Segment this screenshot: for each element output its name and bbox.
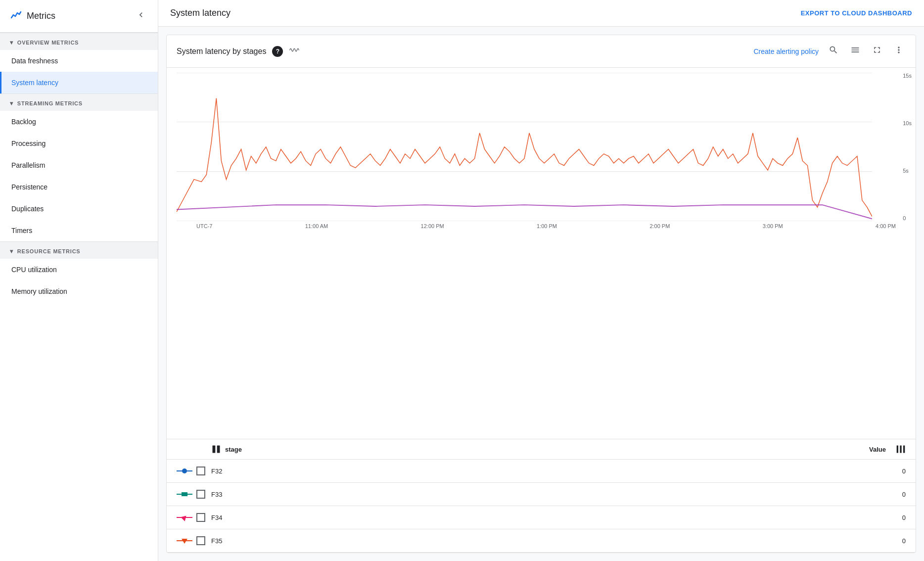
chart-svg bbox=[177, 73, 872, 221]
x-label-4pm: 4:00 PM bbox=[876, 223, 896, 229]
sidebar-item-persistence[interactable]: Persistence bbox=[0, 176, 158, 198]
f35-line-icon bbox=[177, 537, 192, 545]
fullscreen-icon[interactable] bbox=[870, 43, 884, 59]
x-axis-labels: UTC-7 11:00 AM 12:00 PM 1:00 PM 2:00 PM … bbox=[177, 221, 896, 229]
x-label-12pm: 12:00 PM bbox=[421, 223, 444, 229]
section-overview: ▾ OVERVIEW METRICS bbox=[0, 33, 158, 50]
sidebar-item-system-latency[interactable]: System latency bbox=[0, 72, 158, 94]
x-label-1pm: 1:00 PM bbox=[537, 223, 557, 229]
legend-header: stage Value bbox=[167, 439, 916, 460]
y-label-15s: 15s bbox=[903, 73, 912, 79]
f32-line-icon bbox=[177, 467, 192, 475]
svg-rect-12 bbox=[182, 492, 187, 496]
sidebar-item-processing[interactable]: Processing bbox=[0, 133, 158, 154]
sidebar-item-parallelism[interactable]: Parallelism bbox=[0, 154, 158, 176]
app-logo: Metrics bbox=[10, 9, 55, 24]
f33-checkbox[interactable] bbox=[196, 490, 205, 499]
x-label-11am: 11:00 AM bbox=[305, 223, 328, 229]
sidebar-item-data-freshness[interactable]: Data freshness bbox=[0, 50, 158, 72]
section-streaming: ▾ STREAMING METRICS bbox=[0, 94, 158, 111]
svg-rect-4 bbox=[213, 446, 216, 453]
sidebar: Metrics ▾ OVERVIEW METRICS Data freshnes… bbox=[0, 0, 158, 561]
legend-icon[interactable] bbox=[848, 43, 862, 59]
sidebar-item-cpu[interactable]: CPU utilization bbox=[0, 259, 158, 280]
chart-area: 15s 10s 5s 0 UTC-7 11:00 AM bbox=[167, 68, 916, 439]
chevron-down-icon-resource: ▾ bbox=[10, 248, 13, 255]
legend-row-f35[interactable]: F35 0 bbox=[167, 529, 916, 553]
section-overview-label: OVERVIEW METRICS bbox=[17, 40, 79, 46]
y-axis-labels: 15s 10s 5s 0 bbox=[903, 73, 912, 221]
top-bar: System latency EXPORT TO CLOUD DASHBOARD bbox=[158, 0, 924, 27]
legend-stage-header: stage bbox=[211, 444, 846, 454]
svg-rect-7 bbox=[900, 446, 901, 453]
main-content: System latency EXPORT TO CLOUD DASHBOARD… bbox=[158, 0, 924, 561]
sidebar-item-timers[interactable]: Timers bbox=[0, 220, 158, 241]
chart-actions: Create alerting policy bbox=[753, 43, 906, 59]
y-label-10s: 10s bbox=[903, 120, 912, 126]
chevron-down-icon-streaming: ▾ bbox=[10, 100, 13, 107]
app-name-label: Metrics bbox=[27, 11, 55, 21]
wave-icon[interactable] bbox=[289, 45, 300, 58]
f32-checkbox[interactable] bbox=[196, 467, 205, 475]
f33-value: 0 bbox=[866, 491, 906, 498]
legend-row-f34[interactable]: F34 0 bbox=[167, 506, 916, 529]
more-options-icon[interactable] bbox=[892, 43, 906, 59]
f35-value: 0 bbox=[866, 537, 906, 545]
f35-name: F35 bbox=[211, 537, 866, 545]
legend-row-f33[interactable]: F33 0 bbox=[167, 483, 916, 506]
page-title: System latency bbox=[170, 8, 231, 18]
sidebar-item-backlog[interactable]: Backlog bbox=[0, 111, 158, 133]
legend-stage-col-label: stage bbox=[225, 446, 242, 453]
export-button[interactable]: EXPORT TO CLOUD DASHBOARD bbox=[801, 9, 912, 17]
f34-value: 0 bbox=[866, 514, 906, 521]
legend-row-f32[interactable]: F32 0 bbox=[167, 460, 916, 483]
f34-name: F34 bbox=[211, 514, 866, 521]
collapse-button[interactable] bbox=[134, 8, 148, 24]
create-alert-button[interactable]: Create alerting policy bbox=[753, 47, 819, 55]
chevron-down-icon: ▾ bbox=[10, 39, 13, 46]
svg-rect-6 bbox=[897, 446, 898, 453]
chart-card: System latency by stages ? Create alerti… bbox=[166, 35, 916, 553]
section-resource-label: RESOURCE METRICS bbox=[17, 248, 81, 254]
f32-name: F32 bbox=[211, 468, 866, 475]
search-icon[interactable] bbox=[827, 43, 840, 59]
f32-value: 0 bbox=[866, 468, 906, 475]
section-resource: ▾ RESOURCE METRICS bbox=[0, 241, 158, 259]
f33-name: F33 bbox=[211, 491, 866, 498]
legend-value-col-label: Value bbox=[846, 446, 886, 453]
sidebar-item-memory[interactable]: Memory utilization bbox=[0, 280, 158, 302]
f33-line-icon bbox=[177, 490, 192, 498]
legend-table: stage Value F32 0 bbox=[167, 439, 916, 553]
help-icon[interactable]: ? bbox=[272, 46, 283, 57]
sidebar-header: Metrics bbox=[0, 0, 158, 33]
chart-header: System latency by stages ? Create alerti… bbox=[167, 35, 916, 68]
section-streaming-label: STREAMING METRICS bbox=[17, 100, 83, 106]
sidebar-item-duplicates[interactable]: Duplicates bbox=[0, 198, 158, 220]
svg-rect-8 bbox=[903, 446, 905, 453]
chart-title: System latency by stages bbox=[177, 47, 266, 56]
y-label-5s: 5s bbox=[903, 168, 912, 174]
svg-point-10 bbox=[182, 468, 187, 473]
f34-line-icon bbox=[177, 514, 192, 521]
columns-icon[interactable] bbox=[896, 444, 906, 454]
y-label-0: 0 bbox=[903, 215, 912, 221]
x-label-3pm: 3:00 PM bbox=[763, 223, 783, 229]
f34-checkbox[interactable] bbox=[196, 513, 205, 522]
f35-checkbox[interactable] bbox=[196, 536, 205, 545]
metrics-icon bbox=[10, 9, 22, 24]
x-label-2pm: 2:00 PM bbox=[649, 223, 670, 229]
svg-rect-5 bbox=[217, 446, 220, 453]
x-label-utc: UTC-7 bbox=[196, 223, 212, 229]
